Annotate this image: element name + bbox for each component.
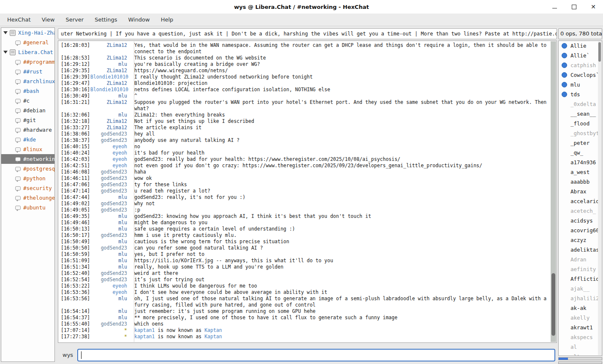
tree-item-label: #bash [23,88,39,94]
chat-scrollbar[interactable] [551,41,556,342]
user-list-item-al[interactable]: al [559,342,602,352]
menu-item-settings[interactable]: Settings [89,14,122,26]
maximize-button[interactable] [569,2,579,11]
userlist-scrollbar[interactable] [598,41,601,355]
user-list-item-mlu[interactable]: mlu [559,80,602,90]
user-list-item-flood[interactable]: _flood [559,119,602,128]
minimize-button[interactable] [550,2,559,11]
user-name: ak-ak [570,305,587,311]
timestamp: [16:50:49] [61,239,90,245]
sidebar-item-debian[interactable]: #debian [1,106,54,115]
user-list-item-akelly[interactable]: akelly [559,313,602,323]
message-text: ** more precisely, I used one of those t… [131,315,549,321]
user-list-item-akspecs[interactable]: akspecs [559,332,602,342]
chat-message-row: [16:32:18]ZLima12Not if you set things u… [61,118,549,125]
user-list-item-cowclops[interactable]: Cowclops` [559,70,602,80]
chat-event-row: [17:07:14]*kaptan1 is now known as Kapta… [61,327,549,334]
timestamp: [16:50:59] [61,251,90,258]
event-action-text: is now known as [155,334,204,340]
user-list-item-afflictio[interactable]: Afflictio [559,274,602,284]
maximize-icon [572,5,576,9]
user-list-item-aefinity[interactable]: aefinity [559,264,602,274]
menu-item-hexchat[interactable]: HexChat [2,14,36,26]
user-list-item-acovrig60[interactable]: acovrig60 [559,225,602,235]
sidebar-item-ubuntu[interactable]: #ubuntu [1,203,54,212]
sidebar-item-general[interactable]: #general [1,38,54,47]
chat-message-row: [16:50:13]mlusafe usage requires a certa… [61,226,549,232]
message-text: haha [131,169,549,175]
topic-input[interactable]: uter Networking | If you have a question… [58,28,557,39]
sidebar-item-python[interactable]: #python [1,174,54,183]
tree-expander-icon[interactable] [3,31,8,34]
message-text: just remember: it's just some program ru… [131,308,549,315]
user-name: acovrig60 [570,227,599,234]
chat-message-row: [16:47:44]mlugodSend23: really, it's not… [61,194,549,201]
user-list-item-sean[interactable]: __sean__ [559,109,602,119]
sidebar-item-c[interactable]: #c [1,96,54,106]
user-name: alt [570,353,580,356]
user-list-item-akrawt1[interactable]: akrawt1 [559,323,602,332]
close-button[interactable]: ✕ [589,2,598,11]
user-list-item-adran[interactable]: Adran [559,255,602,264]
sidebar-item-postgresql[interactable]: #postgresql [1,164,54,174]
user-list-item-acetech[interactable]: acetech_ [559,206,602,216]
userlist-scrollbar-handle[interactable] [598,42,601,62]
throttle-meter [558,361,602,364]
chat-message-row: [16:52:54]godSend23it’s just for trying … [61,277,549,283]
user-list-item-qw[interactable]: _qw_ [559,148,602,158]
message-text: Suppose you plugged the router's WAN por… [131,99,549,112]
timestamp: [16:29:39] [61,74,90,80]
message-text: ^ [131,93,549,99]
message-nick: eyeoh [90,283,131,289]
window-controls: ✕ [550,0,598,14]
server-tree-item-liberachat[interactable]: Libera.Chat [1,47,54,57]
sidebar-item-archlinux[interactable]: #archlinux [1,76,54,86]
sidebar-item-linux[interactable]: #linux [1,144,54,154]
sidebar-item-programmi[interactable]: ##programmi [1,57,54,67]
user-list-item-awest[interactable]: a_west [559,167,602,177]
sidebar-item-bash[interactable]: #bash [1,86,54,96]
user-list-item-tds[interactable]: tds [559,90,602,99]
chat-message-row: [16:50:50]godSend23can you refer some go… [61,245,549,251]
user-list-item-abrax[interactable]: Abrax [559,187,602,196]
sidebar-item-kde[interactable]: #kde [1,135,54,144]
sidebar-item-hardware[interactable]: #hardware [1,125,54,135]
user-list-item-ghostbyt[interactable]: _ghostbyt [559,128,602,138]
message-text: oh, I just used one of those natural tal… [131,296,549,308]
user-list-item-allie[interactable]: Allie [559,41,602,51]
sidebar-item-rust[interactable]: ##rust [1,67,54,76]
user-list-item-peter[interactable]: _peter [559,138,602,148]
sidebar-item-thelounge[interactable]: #thelounge [1,193,54,203]
user-list-item-alt[interactable]: alt [559,352,602,356]
sidebar-item-git[interactable]: #git [1,115,54,125]
sidebar-item-networking[interactable]: #networking [1,154,54,164]
user-list-item-ajak[interactable]: ajak__ [559,284,602,293]
user-list-item-acidsys[interactable]: acidsys [559,216,602,225]
user-list-item-aaabbb[interactable]: aaabbb [559,177,602,187]
tree-expander-icon[interactable] [3,51,8,54]
message-nick: eyeoh [90,156,131,163]
user-list-item-catphish[interactable]: catphish [559,60,602,70]
menu-item-server[interactable]: Server [60,14,89,26]
menu-item-help[interactable]: Help [155,14,179,26]
menu-item-window[interactable]: Window [122,14,155,26]
user-list-item-adeliktas[interactable]: adeliktas [559,245,602,255]
message-nick: mlu [90,264,131,270]
user-list-item-0xdelta[interactable]: _0xdelta [559,99,602,109]
menu-item-view[interactable]: View [36,14,60,26]
server-icon [10,49,16,55]
timestamp: [16:49:46] [61,220,90,226]
user-list-item-ajhalili2[interactable]: ajhalili2 [559,293,602,303]
message-nick: eyeoh [90,150,131,156]
user-list-item-a174n936[interactable]: a174n936 [559,158,602,167]
user-list-item-akak[interactable]: ak-ak [559,303,602,313]
message-nick: mlu [90,220,131,226]
chat-scrollbar-handle[interactable] [551,273,555,336]
user-list-item-aczyz[interactable]: aczyz [559,235,602,245]
timestamp: [16:29:12] [61,61,90,68]
server-tree-item-xinghaizhan[interactable]: Xing-Hai-Zhan [1,28,54,38]
user-list-item-accelario[interactable]: accelario [559,196,602,206]
message-input[interactable] [77,349,555,361]
sidebar-item-security[interactable]: #security [1,183,54,193]
user-list-item-allie[interactable]: Allie` [559,51,602,60]
